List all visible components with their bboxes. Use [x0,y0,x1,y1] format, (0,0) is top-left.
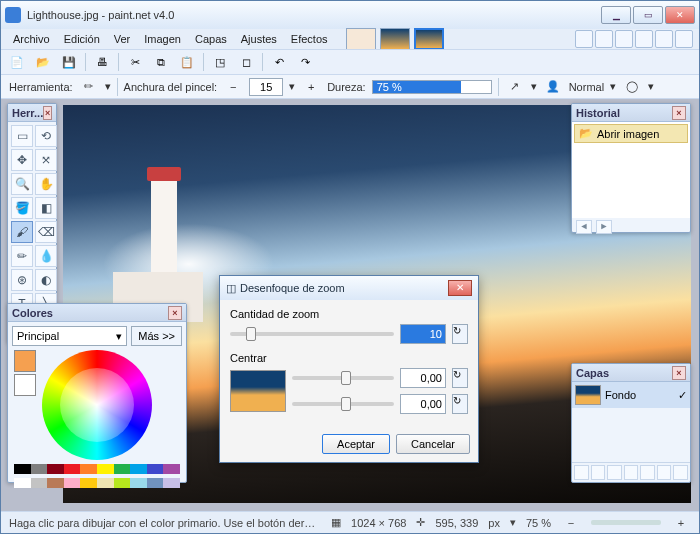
palette-row-1[interactable] [14,464,180,474]
layers-panel-close[interactable]: × [672,366,686,380]
tool-move-selection[interactable]: ⤧ [35,149,57,171]
print-icon[interactable]: 🖶 [92,52,112,72]
current-tool-icon[interactable]: ✏ [79,77,99,97]
layer-merge-button[interactable] [624,465,639,480]
width-dropdown-icon[interactable]: ▾ [289,80,295,93]
doc-thumb-2[interactable] [380,28,410,50]
history-panel-close[interactable]: × [672,106,686,120]
colors-more-button[interactable]: Más >> [131,326,182,346]
dialog-cancel-button[interactable]: Cancelar [396,434,470,454]
layer-row-fondo[interactable]: Fondo ✓ [572,382,690,408]
brush-width-input[interactable] [249,78,283,96]
center-x-reset[interactable]: ↻ [452,368,468,388]
units-dropdown-icon[interactable]: ▾ [510,516,516,529]
zoom-slider[interactable] [591,520,661,525]
background-color-swatch[interactable] [14,374,36,396]
layer-delete-button[interactable] [591,465,606,480]
zoom-amount-input[interactable] [400,324,446,344]
menu-edicion[interactable]: Edición [58,31,106,47]
layer-add-button[interactable] [574,465,589,480]
settings-icon[interactable] [655,30,673,48]
tool-clone[interactable]: ⊛ [11,269,33,291]
layer-visible-checkbox[interactable]: ✓ [678,389,687,402]
help-icon[interactable] [675,30,693,48]
tool-pan[interactable]: ✋ [35,173,57,195]
menu-efectos[interactable]: Efectos [285,31,334,47]
layers-toggle-icon[interactable] [615,30,633,48]
doc-thumb-3[interactable] [414,28,444,50]
history-undo-all[interactable]: ◄ [576,220,592,234]
center-x-slider[interactable] [292,376,394,380]
tool-pencil[interactable]: ✏ [11,245,33,267]
blend-dropdown[interactable]: ▾ [610,80,616,93]
menu-archivo[interactable]: Archivo [7,31,56,47]
tool-zoom[interactable]: 🔍 [11,173,33,195]
undo-icon[interactable]: ↶ [269,52,289,72]
layers-panel[interactable]: Capas× Fondo ✓ [571,363,691,483]
dialog-close-button[interactable]: ✕ [448,280,472,296]
tools-toggle-icon[interactable] [575,30,593,48]
color-mode-select[interactable]: Principal▾ [12,326,127,346]
new-file-icon[interactable]: 📄 [7,52,27,72]
open-file-icon[interactable]: 📂 [33,52,53,72]
titlebar[interactable]: Lighthouse.jpg - paint.net v4.0 ▁ ▭ ✕ [1,1,699,29]
center-preview[interactable] [230,370,286,412]
color-wheel[interactable] [42,350,152,460]
tool-recolor[interactable]: ◐ [35,269,57,291]
zoom-blur-dialog[interactable]: ◫ Desenfoque de zoom ✕ Cantidad de zoom … [219,275,479,463]
doc-thumb-1[interactable] [346,28,376,50]
tool-eraser[interactable]: ⌫ [35,221,57,243]
center-y-reset[interactable]: ↻ [452,394,468,414]
colors-panel-close[interactable]: × [168,306,182,320]
blend-user-icon[interactable]: 👤 [543,77,563,97]
alpha-icon[interactable]: ◯ [622,77,642,97]
foreground-color-swatch[interactable] [14,350,36,372]
tool-gradient[interactable]: ◧ [35,197,57,219]
layer-up-button[interactable] [640,465,655,480]
menu-ver[interactable]: Ver [108,31,137,47]
colors-toggle-icon[interactable] [635,30,653,48]
tool-move[interactable]: ✥ [11,149,33,171]
dialog-ok-button[interactable]: Aceptar [322,434,390,454]
minimize-button[interactable]: ▁ [601,6,631,24]
antialias-dropdown[interactable]: ▾ [531,80,537,93]
colors-panel[interactable]: Colores× Principal▾ Más >> [7,303,187,483]
layer-duplicate-button[interactable] [607,465,622,480]
tool-rect-select[interactable]: ▭ [11,125,33,147]
zoom-amount-reset[interactable]: ↻ [452,324,468,344]
menu-capas[interactable]: Capas [189,31,233,47]
history-redo-all[interactable]: ► [596,220,612,234]
tools-panel-close[interactable]: × [43,106,52,120]
blend-mode-label[interactable]: Normal [569,81,604,93]
center-y-slider[interactable] [292,402,394,406]
deselect-icon[interactable]: ◻ [236,52,256,72]
zoom-out-button[interactable]: − [561,513,581,533]
paste-icon[interactable]: 📋 [177,52,197,72]
redo-icon[interactable]: ↷ [295,52,315,72]
menu-imagen[interactable]: Imagen [138,31,187,47]
width-increase-button[interactable]: + [301,77,321,97]
palette-row-2[interactable] [14,478,180,488]
crop-icon[interactable]: ◳ [210,52,230,72]
cut-icon[interactable]: ✂ [125,52,145,72]
copy-icon[interactable]: ⧉ [151,52,171,72]
center-x-input[interactable] [400,368,446,388]
layer-down-button[interactable] [657,465,672,480]
close-button[interactable]: ✕ [665,6,695,24]
tool-lasso[interactable]: ⟲ [35,125,57,147]
history-panel[interactable]: Historial× 📂 Abrir imagen ◄ ► [571,103,691,233]
tool-fill[interactable]: 🪣 [11,197,33,219]
zoom-amount-slider[interactable] [230,332,394,336]
zoom-in-button[interactable]: + [671,513,691,533]
status-units[interactable]: px [488,517,500,529]
maximize-button[interactable]: ▭ [633,6,663,24]
alpha-dropdown[interactable]: ▾ [648,80,654,93]
history-item-open[interactable]: 📂 Abrir imagen [574,124,688,143]
hardness-slider[interactable]: 75 % [372,80,492,94]
history-toggle-icon[interactable] [595,30,613,48]
layer-props-button[interactable] [673,465,688,480]
tool-color-picker[interactable]: 💧 [35,245,57,267]
tool-dropdown-icon[interactable]: ▾ [105,80,111,93]
center-y-input[interactable] [400,394,446,414]
save-file-icon[interactable]: 💾 [59,52,79,72]
